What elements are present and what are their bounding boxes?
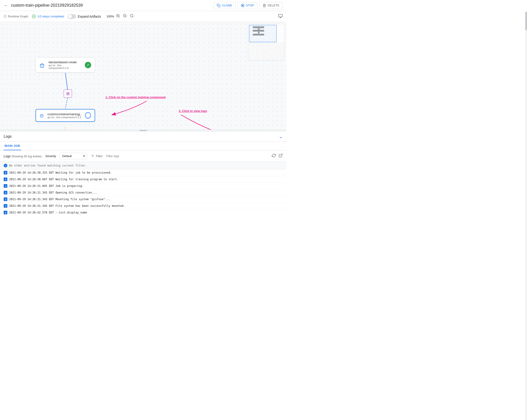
severity-label: Severity — [45, 154, 56, 158]
log-row-1: i 2021-09-29 14:26:30.607 EDT Waiting fo… — [0, 176, 286, 183]
logs-count: Showing 55 log entries — [11, 155, 42, 158]
minimap — [248, 24, 285, 60]
connector-node[interactable]: ⊞ — [64, 89, 72, 98]
svg-line-17 — [65, 98, 68, 108]
annotation2: 2. Click to view logs — [179, 109, 238, 130]
svg-line-9 — [126, 16, 126, 17]
log-row-3: i 2021-09-29 14:26:31.343 EDT Opening GC… — [0, 189, 286, 196]
log-text-1: 2021-09-29 14:26:30.607 EDT Waiting for … — [9, 178, 119, 181]
filter-input[interactable] — [106, 154, 145, 158]
log-info-icon: i — [4, 164, 7, 167]
expand-artifacts-toggle[interactable]: Expand Artifacts — [68, 14, 101, 19]
node1-status: ✓ — [85, 62, 91, 68]
open-external-button[interactable] — [279, 153, 283, 159]
svg-rect-2 — [242, 5, 243, 6]
svg-rect-0 — [218, 5, 220, 7]
logs-title: Logs — [4, 134, 12, 139]
logs-panel: Logs ⌄ MAIN JOB Logs Showing 55 log entr… — [0, 131, 286, 215]
log-text-3: 2021-09-29 14:26:31.343 EDT Opening GCS … — [9, 191, 97, 194]
header: ← custom-train-pipeline-20210929182539 C… — [0, 0, 286, 11]
runtime-graph-label: Runtime Graph — [8, 15, 28, 18]
info-icon: ⓘ — [4, 14, 7, 19]
log-text-2: 2021-09-29 14:26:31.045 EDT Job is prepa… — [9, 184, 84, 188]
svg-line-12 — [132, 16, 133, 17]
clone-label: CLONE — [222, 4, 232, 7]
logs-controls: Logs Showing 55 log entries Severity Def… — [0, 151, 286, 162]
toggle-switch[interactable] — [68, 14, 76, 19]
logs-expand-button[interactable]: ⌄ — [279, 134, 283, 139]
log-info-text: No older entries found matching current … — [9, 164, 87, 167]
steps-completed-label: 1/3 steps completed — [37, 15, 64, 18]
logs-header: Logs ⌄ — [0, 131, 286, 142]
splitter-handle — [140, 130, 147, 131]
log-text-6: 2021-09-29 14:26:42.578 EDT --init.displ… — [9, 211, 87, 214]
zoom-out-button[interactable] — [122, 13, 128, 20]
annotation1-text: 1. Click on the custom training componen… — [105, 96, 166, 99]
zoom-reset-button[interactable] — [129, 13, 135, 20]
log-text-4: 2021-09-29 14:26:31.343 EDT Mounting fil… — [9, 198, 110, 201]
minimap-toggle-button[interactable] — [278, 14, 283, 19]
annotation1: 1. Click on the custom training componen… — [105, 95, 166, 118]
refresh-button[interactable] — [272, 153, 276, 159]
toggle-knob — [68, 15, 72, 18]
stop-button[interactable]: STOP — [237, 2, 257, 9]
steps-completed-item: 1/3 steps completed — [32, 14, 64, 19]
logs-actions — [272, 153, 283, 159]
svg-line-16 — [65, 73, 68, 89]
annotation2-text: 2. Click to view logs — [179, 109, 207, 113]
expand-artifacts-label: Expand Artifacts — [78, 15, 101, 18]
zoom-controls: 100% — [107, 13, 135, 20]
logs-entries: i No older entries found matching curren… — [0, 162, 286, 215]
log-row-6: i 2021-09-29 14:26:42.578 EDT --init.dis… — [0, 209, 286, 215]
annotation2-arrow — [179, 114, 238, 130]
log-icon-2: i — [4, 184, 7, 188]
log-text-0: 2021-09-29 14:26:30.333 EDT Waiting for … — [9, 171, 112, 174]
annotation1-arrow — [105, 100, 151, 118]
log-icon-1: i — [4, 177, 7, 181]
log-icon-6: i — [4, 211, 7, 214]
svg-rect-13 — [279, 14, 283, 17]
log-icon-5: i — [4, 204, 7, 208]
steps-icon — [32, 14, 36, 19]
log-icon-3: i — [4, 191, 7, 194]
log-icon-0: i — [4, 171, 7, 174]
custom-container-training-node[interactable]: customcontainertrainingj... gcr.io/...li… — [35, 109, 95, 122]
toolbar: ⓘ Runtime Graph 1/3 steps completed Expa… — [0, 11, 286, 22]
node2-info: customcontainertrainingj... gcr.io/...li… — [47, 112, 82, 119]
delete-button[interactable]: DELETE — [259, 2, 283, 9]
node2-sub: gcr.io/...line-components:0.1.6 — [47, 116, 82, 119]
log-row-5: i 2021-09-29 14:26:31.345 EDT File syste… — [0, 203, 286, 209]
clone-button[interactable]: CLONE — [213, 2, 236, 9]
header-actions: CLONE STOP DELETE — [213, 2, 283, 9]
log-row-4: i 2021-09-29 14:26:31.343 EDT Mounting f… — [0, 196, 286, 203]
filter-label: Filter — [96, 154, 103, 158]
filter-button[interactable]: Filter — [91, 154, 103, 158]
runtime-graph-item[interactable]: ⓘ Runtime Graph — [4, 14, 28, 19]
filter-icon — [91, 154, 95, 158]
node2-status — [85, 112, 91, 119]
severity-select-wrap: Default Debug Info Warning Error — [60, 153, 87, 159]
zoom-in-button[interactable] — [115, 13, 121, 20]
zoom-level: 100% — [107, 15, 114, 18]
svg-point-11 — [130, 14, 133, 17]
logs-showing: Logs Showing 55 log entries — [4, 154, 42, 158]
grid-icon: ⊞ — [66, 91, 70, 96]
log-row-2: i 2021-09-29 14:26:31.045 EDT Job is pre… — [0, 183, 286, 189]
stop-label: STOP — [246, 4, 254, 7]
node1-icon — [39, 62, 46, 68]
severity-select[interactable]: Default Debug Info Warning Error — [60, 153, 87, 159]
tabular-dataset-node[interactable]: tabulardataset-create gcr.io/...line-com… — [35, 57, 95, 72]
log-row-info: i No older entries found matching curren… — [0, 162, 286, 170]
svg-line-5 — [119, 16, 119, 17]
logs-label: Logs — [4, 154, 11, 158]
svg-point-28 — [86, 114, 90, 118]
node1-info: tabulardataset-create gcr.io/...line-com… — [49, 60, 82, 69]
minimap-inner — [248, 24, 284, 60]
node1-name: tabulardataset-create — [49, 60, 82, 64]
tab-main-job[interactable]: MAIN JOB — [4, 142, 21, 150]
splitter[interactable] — [0, 130, 286, 131]
log-row-0: i 2021-09-29 14:26:30.333 EDT Waiting fo… — [0, 170, 286, 176]
minimap-viewport — [249, 25, 276, 42]
back-button[interactable]: ← — [4, 3, 8, 8]
svg-line-32 — [280, 154, 282, 156]
